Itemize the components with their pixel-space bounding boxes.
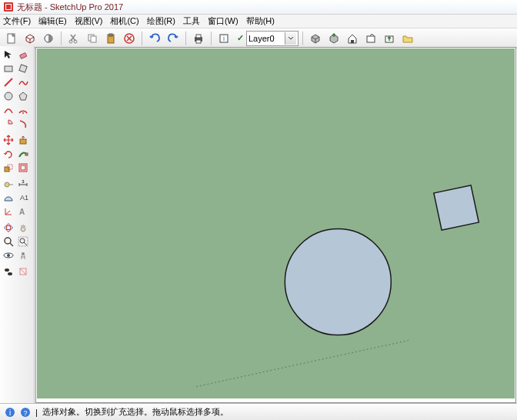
menu-file[interactable]: 文件(F) (3, 15, 31, 27)
axes-tool-icon[interactable] (2, 205, 15, 218)
menu-camera[interactable]: 相机(C) (110, 15, 138, 27)
layer-visible-check[interactable]: ✓ (237, 33, 244, 43)
folder-icon[interactable] (399, 30, 416, 47)
svg-rect-30 (21, 165, 25, 170)
svg-point-42 (22, 252, 25, 255)
svg-point-37 (5, 238, 11, 244)
svg-rect-17 (351, 40, 354, 43)
toolbar-separator (61, 32, 62, 45)
component-icon[interactable] (22, 30, 38, 47)
circle-tool-icon[interactable] (2, 89, 15, 102)
layer-name: Layer0 (248, 34, 275, 43)
toolbar-separator (142, 32, 142, 45)
position-camera-icon[interactable] (16, 248, 29, 262)
circle-shape[interactable] (285, 229, 391, 335)
svg-point-24 (22, 112, 24, 114)
svg-rect-14 (196, 40, 201, 43)
orbit-tool-icon[interactable] (2, 221, 15, 234)
move-tool-icon[interactable] (2, 133, 15, 146)
copy-icon[interactable] (84, 30, 101, 47)
menu-draw[interactable]: 绘图(R) (147, 15, 175, 27)
text-tool-icon[interactable]: A1 (16, 191, 29, 204)
rotated-rect-tool-icon[interactable] (16, 62, 29, 75)
viewport[interactable] (35, 47, 516, 403)
arc3-tool-icon[interactable] (16, 117, 29, 130)
status-bar: i ? | 选择对象。切换到扩充选择。拖动鼠标选择多项。 (0, 403, 517, 420)
print-icon[interactable] (190, 30, 207, 47)
scale-tool-icon[interactable] (2, 161, 15, 174)
chevron-down-icon (285, 32, 296, 45)
svg-rect-13 (196, 35, 201, 38)
toolbar-separator (211, 32, 212, 45)
status-text: 选择对象。切换到扩充选择。拖动鼠标选择多项。 (42, 406, 228, 418)
help-icon[interactable]: ? (20, 407, 31, 418)
dimension-tool-icon[interactable]: 3 (16, 177, 29, 190)
shadows-icon[interactable] (40, 30, 57, 47)
3dtext-tool-icon[interactable]: A (16, 205, 29, 218)
section-tool-icon[interactable] (16, 265, 29, 278)
home-icon[interactable] (344, 30, 361, 47)
redo-icon[interactable] (165, 30, 182, 47)
menu-window[interactable]: 窗口(W) (208, 15, 238, 27)
arc-tool-icon[interactable] (2, 103, 15, 116)
status-divider: | (35, 408, 38, 417)
new-file-icon[interactable] (3, 30, 20, 47)
select-tool-icon[interactable] (2, 48, 15, 61)
svg-rect-26 (25, 153, 28, 155)
tape-tool-icon[interactable] (2, 177, 15, 190)
pan-tool-icon[interactable] (16, 221, 29, 234)
line-tool-icon[interactable] (2, 75, 15, 88)
svg-point-31 (5, 182, 9, 187)
svg-rect-22 (18, 64, 26, 72)
app-icon (3, 2, 14, 12)
svg-text:i: i (223, 35, 225, 42)
toolbar-separator (302, 32, 303, 45)
warehouse-cube-icon[interactable] (307, 30, 324, 47)
title-bar: 无标题 - SketchUp Pro 2017 (0, 0, 517, 15)
offset-tool-icon[interactable] (16, 161, 29, 174)
square-shape[interactable] (434, 185, 479, 230)
delete-icon[interactable] (121, 30, 138, 47)
svg-text:?: ? (23, 409, 27, 417)
extension-icon[interactable] (362, 30, 379, 47)
menu-bar: 文件(F) 编辑(E) 视图(V) 相机(C) 绘图(R) 工具 窗口(W) 帮… (0, 15, 517, 28)
svg-text:3: 3 (22, 179, 25, 184)
toolbar-separator (185, 32, 186, 45)
arc2-tool-icon[interactable] (16, 103, 29, 116)
eraser-tool-icon[interactable] (16, 48, 29, 61)
cut-icon[interactable] (65, 30, 82, 47)
window-title: 无标题 - SketchUp Pro 2017 (17, 2, 123, 13)
tool-palette: 3 A1 A (0, 46, 35, 404)
svg-rect-20 (19, 52, 26, 58)
menu-help[interactable]: 帮助(H) (246, 15, 275, 27)
pie-tool-icon[interactable] (2, 117, 15, 130)
svg-rect-25 (20, 139, 26, 144)
svg-point-44 (8, 272, 12, 275)
polygon-tool-icon[interactable] (16, 89, 29, 102)
zoom-tool-icon[interactable] (2, 235, 15, 248)
upload-icon[interactable] (381, 30, 398, 47)
rotate-tool-icon[interactable] (2, 147, 15, 160)
zoom-extents-tool-icon[interactable] (16, 235, 29, 248)
layer-dropdown[interactable]: Layer0 (246, 31, 299, 46)
undo-icon[interactable] (146, 30, 163, 47)
svg-text:A1: A1 (20, 194, 28, 202)
menu-tools[interactable]: 工具 (183, 15, 200, 27)
rectangle-tool-icon[interactable] (2, 62, 15, 75)
canvas[interactable] (37, 48, 515, 398)
svg-point-36 (6, 224, 10, 232)
walk-tool-icon[interactable] (2, 265, 15, 278)
lookaround-tool-icon[interactable] (2, 248, 15, 262)
menu-edit[interactable]: 编辑(E) (38, 15, 67, 27)
freehand-tool-icon[interactable] (16, 75, 29, 88)
protractor-tool-icon[interactable] (2, 191, 15, 204)
warehouse-share-icon[interactable] (325, 30, 342, 47)
info-icon[interactable]: i (5, 407, 15, 418)
menu-view[interactable]: 视图(V) (75, 15, 103, 27)
svg-rect-18 (367, 36, 375, 42)
model-info-icon[interactable]: i (215, 30, 232, 47)
paste-icon[interactable] (102, 30, 119, 47)
pushpull-tool-icon[interactable] (16, 133, 29, 146)
followme-tool-icon[interactable] (16, 147, 29, 160)
svg-point-35 (5, 225, 12, 229)
